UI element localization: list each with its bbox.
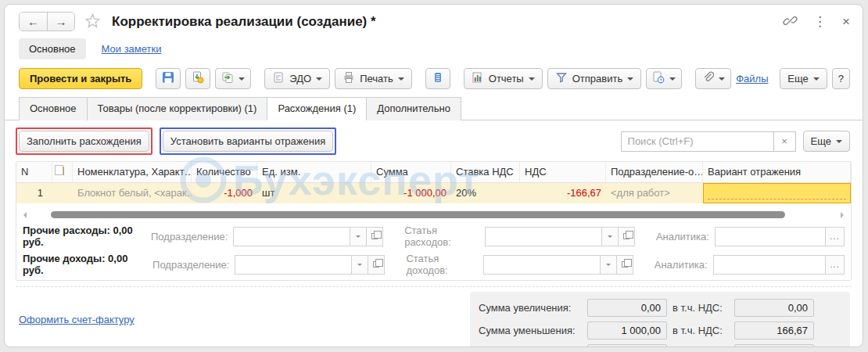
chevron-down-icon <box>357 264 362 268</box>
col-header-n[interactable]: N <box>16 162 52 182</box>
department-input[interactable] <box>233 227 350 246</box>
tab-main[interactable]: Основное <box>19 97 88 120</box>
department-dropdown-button[interactable] <box>350 227 367 246</box>
cell-department[interactable]: <для работ> <box>606 183 703 203</box>
paperclip-icon <box>701 71 714 86</box>
document-window: ← → Корректировка реализации (создание) … <box>4 4 863 347</box>
back-arrow-icon: ← <box>27 15 39 28</box>
document-clock-icon <box>652 71 665 86</box>
cell-reflection-variant[interactable] <box>703 183 851 203</box>
col-header-quantity[interactable]: Количество <box>192 162 257 182</box>
col-header-department[interactable]: Подразделение-о… <box>606 162 703 182</box>
chevron-down-icon <box>608 235 612 240</box>
create-invoice-link[interactable]: Оформить счет-фактуру <box>19 314 135 325</box>
cell-vat-rate[interactable]: 20% <box>451 183 520 203</box>
expense-item-open-button[interactable] <box>619 227 635 246</box>
income-analytics-input[interactable] <box>713 255 826 275</box>
expense-item-dropdown-button[interactable] <box>602 227 619 246</box>
income-item-dropdown-button[interactable] <box>601 255 617 275</box>
expense-analytics-input[interactable] <box>715 227 826 246</box>
scroll-right-icon[interactable] <box>841 212 847 218</box>
copy-link-icon[interactable] <box>783 13 798 31</box>
scrollbar-thumb[interactable] <box>51 211 785 218</box>
other-expenses-row: Прочие расходы: 0,00 руб. Подразделение:… <box>16 221 851 252</box>
files-link[interactable]: Файлы <box>736 73 768 84</box>
dropdown-caret-icon <box>316 77 322 84</box>
search-input[interactable] <box>621 131 774 152</box>
cell-sum[interactable]: -1 000,00 <box>371 183 451 203</box>
cell-unit[interactable]: шт <box>257 183 371 203</box>
tab-goods-after-correction[interactable]: Товары (после корректировки) (1) <box>87 97 268 120</box>
fill-discrepancies-button[interactable]: Заполнить расхождения <box>19 131 149 152</box>
col-header-vat-rate[interactable]: Ставка НДС <box>451 162 520 182</box>
post-document-button[interactable] <box>185 68 210 89</box>
col-header-unit[interactable]: Ед. изм. <box>257 162 371 182</box>
save-button[interactable] <box>156 68 181 89</box>
open-form-icon <box>371 233 378 239</box>
col-header-nomenclature[interactable]: Номенклатура, Характ… <box>73 162 192 182</box>
expense-item-input[interactable] <box>485 227 602 246</box>
reports-label: Отчеты <box>489 73 524 84</box>
table-more-button[interactable]: Еще <box>803 131 850 152</box>
income-item-input[interactable] <box>483 255 601 275</box>
history-nav: ← → <box>19 12 75 31</box>
income-analytics-select-button[interactable]: ... <box>826 255 845 275</box>
col-header-sum[interactable]: Сумма <box>371 162 451 182</box>
window-menu-icon[interactable]: ⋮ <box>813 15 827 28</box>
table-row[interactable]: 1 Блокнот белый, <харак… -1,000 шт -1 00… <box>16 183 851 203</box>
expense-item-label: Статья расходов: <box>404 224 479 248</box>
create-based-on-button[interactable] <box>215 68 251 89</box>
funnel-icon <box>555 71 568 86</box>
horizontal-scrollbar[interactable] <box>16 209 851 221</box>
cell-quantity[interactable]: -1,000 <box>192 183 257 203</box>
send-label: Отправить <box>572 73 622 84</box>
increase-vat-value: 0,00 <box>734 299 814 317</box>
edo-label: ЭДО <box>289 73 311 84</box>
favorite-star-icon[interactable] <box>84 13 101 31</box>
set-reflection-variants-button[interactable]: Установить варианты отражения <box>163 131 333 152</box>
search-clear-button[interactable]: × <box>774 131 796 152</box>
help-button[interactable]: ? <box>832 68 850 89</box>
expense-analytics-select-button[interactable]: ... <box>826 227 845 246</box>
printer-icon <box>343 71 355 86</box>
annotation-blue-frame: Установить варианты отражения <box>160 128 336 155</box>
income-department-open-button[interactable] <box>368 255 385 275</box>
discrepancies-group: N Номенклатура, Характ… Количество Ед. и… <box>16 161 852 281</box>
scheduled-document-button[interactable] <box>646 68 682 89</box>
document-movements-button[interactable] <box>425 68 450 89</box>
department-combo <box>233 227 383 246</box>
income-department-dropdown-button[interactable] <box>352 255 368 275</box>
toolbar-more-button[interactable]: Еще <box>780 68 827 89</box>
nav-item-main[interactable]: Основное <box>19 38 86 59</box>
cell-nomenclature[interactable]: Блокнот белый, <харак… <box>73 183 192 203</box>
my-notes-link[interactable]: Мои заметки <box>102 43 162 55</box>
income-department-input[interactable] <box>235 255 352 275</box>
decrease-label: Сумма уменьшения: <box>479 325 582 336</box>
col-header-reflection-variant[interactable]: Вариант отражения <box>703 162 851 182</box>
attachments-button[interactable] <box>695 68 731 89</box>
income-item-open-button[interactable] <box>617 255 633 275</box>
income-department-combo <box>235 255 385 275</box>
col-header-vat[interactable]: НДС <box>520 162 606 182</box>
col-header-flag[interactable] <box>52 162 73 182</box>
dropdown-caret-icon <box>398 77 404 84</box>
print-button[interactable]: Печать <box>335 68 412 89</box>
send-button[interactable]: Отправить <box>547 68 641 89</box>
expense-item-combo <box>485 227 635 246</box>
tab-command-row: Заполнить расхождения Установить вариант… <box>5 120 863 161</box>
back-button[interactable]: ← <box>20 13 47 31</box>
edo-button[interactable]: ЭДО <box>264 68 330 89</box>
total-increase-row: Сумма увеличения: 0,00 в т.ч. НДС: 0,00 <box>479 299 841 317</box>
department-open-button[interactable] <box>367 227 383 246</box>
edo-icon <box>272 71 285 86</box>
forward-button[interactable]: → <box>47 13 74 31</box>
reports-button[interactable]: Отчеты <box>464 68 543 89</box>
scrollbar-track[interactable] <box>29 211 838 218</box>
post-and-close-button[interactable]: Провести и закрыть <box>19 68 142 89</box>
tab-additional[interactable]: Дополнительно <box>366 97 461 120</box>
cell-vat[interactable]: -166,67 <box>520 183 606 203</box>
scroll-left-icon[interactable] <box>20 212 27 218</box>
other-expenses-label: Прочие расходы: 0,00 руб. <box>23 224 145 248</box>
close-icon[interactable]: × <box>842 15 850 28</box>
tab-discrepancies[interactable]: Расхождения (1) <box>267 97 367 120</box>
